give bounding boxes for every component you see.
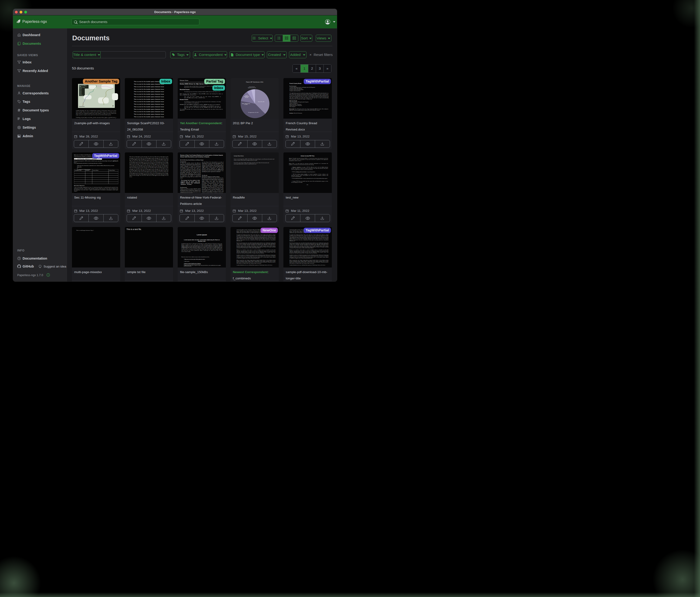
svg-text:Completion Date: Completion Date: [75, 170, 82, 171]
svg-text:Provider #: Provider #: [86, 170, 90, 171]
svg-text:Course Name: Course Name: [93, 170, 99, 171]
svg-text:Contact Hours: Contact Hours: [109, 170, 115, 171]
